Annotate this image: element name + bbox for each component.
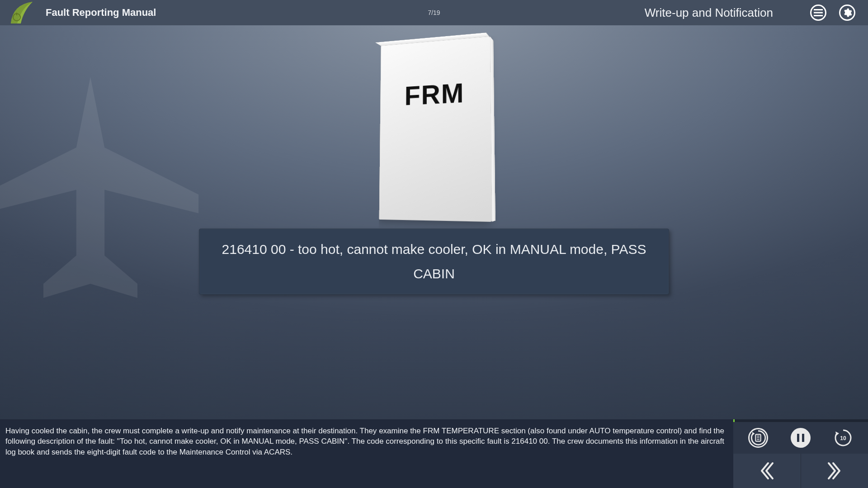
progress-track[interactable] [733, 419, 868, 422]
section-title: Write-up and Notification [645, 6, 773, 20]
progress-fill [733, 419, 735, 422]
hamburger-icon [814, 9, 823, 16]
transcript-button[interactable] [748, 428, 768, 448]
svg-rect-1 [16, 13, 17, 15]
chevron-right-icon [827, 461, 842, 480]
svg-rect-4 [814, 15, 823, 16]
rewind-10-button[interactable]: 10 [833, 428, 853, 448]
narration-text: Having cooled the cabin, the crew must c… [0, 419, 733, 488]
bottom-bar: Having cooled the cabin, the crew must c… [0, 419, 868, 488]
prev-button[interactable] [733, 454, 801, 488]
chevron-left-icon [759, 461, 774, 480]
svg-rect-2 [814, 9, 823, 10]
fault-code-text: 216410 00 - too hot, cannot make cooler,… [217, 237, 651, 286]
frm-book-graphic: FRM [375, 39, 493, 220]
player-controls: 10 [733, 419, 868, 488]
rewind-icon: 10 [833, 428, 853, 448]
book-cover-label: FRM [405, 76, 465, 111]
next-button[interactable] [801, 454, 868, 488]
svg-rect-3 [814, 12, 823, 14]
main-content: FRM 216410 00 - too hot, cannot make coo… [0, 25, 868, 488]
settings-button[interactable] [839, 5, 855, 21]
pause-button[interactable] [791, 428, 811, 448]
brand-logo [0, 0, 43, 25]
svg-text:10: 10 [840, 435, 846, 441]
svg-rect-11 [802, 434, 804, 442]
fault-code-box: 216410 00 - too hot, cannot make cooler,… [199, 229, 669, 295]
course-title: Fault Reporting Manual [46, 7, 156, 19]
gear-icon [842, 8, 852, 18]
header-bar: Fault Reporting Manual 7/19 Write-up and… [0, 0, 868, 25]
svg-marker-5 [752, 432, 755, 436]
page-counter: 7/19 [428, 9, 440, 16]
svg-rect-10 [797, 434, 799, 442]
transcript-icon [750, 429, 767, 447]
menu-button[interactable] [810, 5, 826, 21]
pause-icon [797, 434, 804, 442]
